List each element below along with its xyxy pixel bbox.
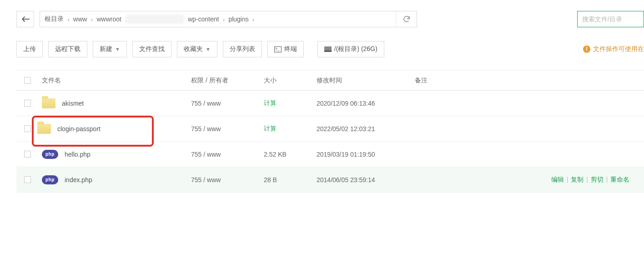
compute-size-link[interactable]: 计算 [264, 99, 277, 107]
file-mtime: 2019/03/19 01:19:50 [317, 151, 375, 158]
file-table: 文件名 权限 / 所有者 大小 修改时间 备注 akismet755 / www… [16, 70, 644, 193]
new-label: 新建 [100, 45, 112, 53]
compute-size-link[interactable]: 计算 [264, 125, 277, 133]
table-row[interactable]: clogin-passport755 / www计算2022/05/02 12:… [16, 116, 644, 142]
chevron-down-icon: ▼ [115, 46, 120, 52]
share-list-button[interactable]: 分享列表 [223, 41, 262, 57]
folder-icon [42, 98, 55, 108]
refresh-button[interactable] [396, 11, 417, 27]
search-input[interactable] [582, 15, 639, 23]
separator: | [584, 176, 589, 183]
terminal-icon [274, 46, 282, 52]
file-mtime: 2022/05/02 12:03:21 [317, 125, 375, 132]
php-icon: php [42, 150, 58, 159]
file-mtime: 2014/06/05 23:59:14 [317, 176, 375, 183]
file-search-button[interactable]: 文件查找 [132, 41, 171, 57]
share-list-label: 分享列表 [230, 45, 255, 53]
col-name-label: 文件名 [42, 76, 61, 85]
breadcrumb-redacted [125, 15, 184, 24]
col-remark[interactable]: 备注 [415, 76, 551, 85]
col-remark-label: 备注 [415, 76, 428, 85]
file-search-label: 文件查找 [139, 45, 165, 53]
back-button[interactable] [16, 11, 34, 27]
upload-button[interactable]: 上传 [16, 41, 43, 57]
chevron-down-icon: ▼ [206, 46, 211, 52]
terminal-label: 终端 [284, 45, 297, 53]
col-mtime[interactable]: 修改时间 [317, 76, 415, 85]
breadcrumb-wwwroot[interactable]: wwwroot [96, 15, 121, 23]
file-name[interactable]: hello.php [65, 151, 91, 158]
favorites-button[interactable]: 收藏夹▼ [177, 41, 217, 57]
file-mtime: 2020/12/09 06:13:46 [317, 100, 375, 107]
remote-download-button[interactable]: 远程下载 [48, 41, 87, 57]
action-edit[interactable]: 编辑 [551, 176, 564, 183]
col-perm[interactable]: 权限 / 所有者 [191, 76, 264, 85]
col-size-label: 大小 [264, 76, 277, 85]
file-op-tip: ! 文件操作可使用在 [583, 45, 644, 53]
breadcrumb-www[interactable]: www [73, 15, 87, 23]
separator: | [604, 176, 609, 183]
chevron-right-icon: › [91, 15, 93, 23]
breadcrumb[interactable]: 根目录 › www › wwwroot wp-content › plugins… [40, 11, 417, 27]
row-checkbox[interactable] [24, 151, 31, 158]
php-icon: php [42, 175, 58, 184]
remote-download-label: 远程下载 [55, 45, 80, 53]
file-name[interactable]: akismet [62, 100, 84, 107]
file-name[interactable]: clogin-passport [57, 125, 101, 132]
disk-root-button[interactable]: /(根目录) (26G) [317, 41, 384, 57]
file-size: 28 B [264, 176, 277, 183]
terminal-button[interactable]: 终端 [267, 41, 304, 57]
file-perm[interactable]: 755 / www [191, 125, 221, 132]
table-row[interactable]: phphello.php755 / www2.52 KB2019/03/19 0… [16, 142, 644, 167]
search-box[interactable] [577, 11, 644, 27]
action-copy[interactable]: 复制 [571, 176, 584, 183]
chevron-right-icon: › [222, 15, 225, 23]
breadcrumb-root[interactable]: 根目录 [45, 15, 64, 23]
breadcrumb-plugins[interactable]: plugins [228, 15, 248, 23]
col-mtime-label: 修改时间 [317, 76, 342, 85]
col-size[interactable]: 大小 [264, 76, 317, 85]
chevron-right-icon: › [67, 15, 70, 23]
favorites-label: 收藏夹 [184, 45, 203, 53]
row-checkbox[interactable] [24, 125, 31, 132]
disk-label: /(根目录) (26G) [334, 45, 377, 53]
col-perm-label: 权限 / 所有者 [191, 76, 228, 85]
row-checkbox[interactable] [24, 176, 31, 183]
table-header: 文件名 权限 / 所有者 大小 修改时间 备注 [16, 71, 644, 91]
action-rename[interactable]: 重命名 [610, 176, 629, 183]
new-button[interactable]: 新建▼ [93, 41, 127, 57]
upload-label: 上传 [23, 45, 36, 53]
chevron-right-icon: › [252, 15, 255, 23]
file-name[interactable]: index.php [65, 176, 92, 183]
action-cut[interactable]: 剪切 [591, 176, 604, 183]
table-row[interactable]: phpindex.php755 / www28 B2014/06/05 23:5… [16, 167, 644, 193]
folder-icon [37, 124, 51, 134]
file-perm[interactable]: 755 / www [191, 100, 221, 107]
row-checkbox[interactable] [24, 100, 31, 107]
info-icon: ! [583, 46, 590, 53]
col-name[interactable]: 文件名 [42, 76, 191, 85]
disk-icon [324, 46, 332, 52]
file-perm[interactable]: 755 / www [191, 176, 221, 183]
file-op-tip-text: 文件操作可使用在 [593, 45, 644, 53]
select-all-checkbox[interactable] [24, 77, 31, 84]
breadcrumb-wpcontent[interactable]: wp-content [188, 15, 219, 23]
file-size: 2.52 KB [264, 151, 287, 158]
row-actions: 编辑 | 复制 | 剪切 | 重命名 [551, 176, 629, 184]
file-perm[interactable]: 755 / www [191, 151, 221, 158]
separator: | [565, 176, 570, 183]
table-row[interactable]: akismet755 / www计算2020/12/09 06:13:46 [16, 91, 644, 116]
